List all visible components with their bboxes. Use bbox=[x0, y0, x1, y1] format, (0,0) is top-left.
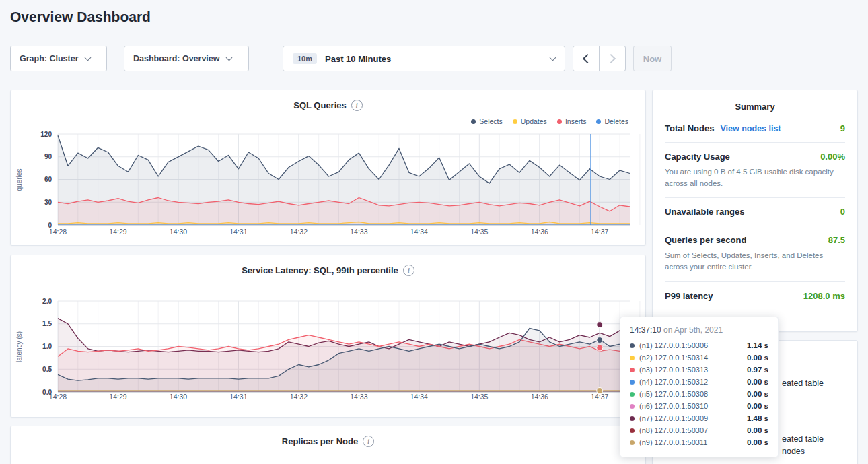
svg-text:2.0: 2.0 bbox=[42, 298, 52, 305]
tooltip-node-value: 0.00 s bbox=[747, 390, 768, 398]
dashboard-dropdown[interactable]: Dashboard: Overview bbox=[124, 46, 249, 71]
svg-text:14:36: 14:36 bbox=[531, 228, 548, 236]
svg-text:14:28: 14:28 bbox=[49, 393, 67, 401]
now-button[interactable]: Now bbox=[633, 46, 672, 71]
time-prev-button[interactable] bbox=[573, 46, 600, 71]
info-icon[interactable]: i bbox=[363, 436, 374, 447]
svg-text:90: 90 bbox=[44, 153, 52, 160]
node-color-dot-icon bbox=[630, 356, 635, 360]
graph-dropdown[interactable]: Graph: Cluster bbox=[10, 46, 107, 71]
time-next-button[interactable] bbox=[599, 46, 626, 71]
sql-queries-title: SQL Queries i bbox=[11, 100, 645, 111]
svg-text:14:31: 14:31 bbox=[229, 393, 247, 401]
sql-queries-chart[interactable]: 030609012014:2814:2914:3014:3114:3214:33… bbox=[11, 129, 647, 244]
legend-label: Inserts bbox=[565, 117, 587, 125]
summary-value: 0 bbox=[840, 207, 845, 217]
legend-label: Selects bbox=[479, 117, 502, 125]
latency-tooltip: 14:37:10 on Apr 5th, 2021 (n1) 127.0.0.1… bbox=[620, 317, 779, 457]
summary-value: 9 bbox=[840, 123, 845, 133]
tooltip-time: 14:37:10 bbox=[630, 325, 661, 335]
svg-text:14:30: 14:30 bbox=[170, 228, 187, 236]
event-item[interactable]: eated table bbox=[782, 434, 824, 444]
tooltip-node-label: (n9) 127.0.0.1:50311 bbox=[639, 438, 707, 446]
svg-text:14:35: 14:35 bbox=[470, 228, 488, 236]
summary-value: 1208.0 ms bbox=[803, 291, 845, 301]
legend-dot-icon bbox=[513, 119, 517, 124]
summary-row-queries-per-second: Queries per second 87.5 Sum of Selects, … bbox=[665, 226, 845, 281]
summary-desc: You are using 0 B of 4.5 GiB usable disk… bbox=[665, 166, 845, 189]
time-range-label: Past 10 Minutes bbox=[325, 54, 391, 64]
info-icon[interactable]: i bbox=[351, 100, 363, 111]
replicas-per-node-title: Replicas per Node i bbox=[11, 436, 645, 447]
tooltip-row: (n2) 127.0.0.1:503140.00 s bbox=[630, 352, 768, 364]
time-range-picker[interactable]: 10m Past 10 Minutes bbox=[283, 46, 565, 71]
view-nodes-list-link[interactable]: View nodes list bbox=[720, 124, 781, 133]
tooltip-row: (n1) 127.0.0.1:503061.14 s bbox=[630, 339, 768, 352]
tooltip-row: (n3) 127.0.0.1:503130.97 s bbox=[630, 364, 768, 376]
tooltip-row: (n9) 127.0.0.1:503110.00 s bbox=[630, 436, 768, 449]
time-nav-group bbox=[573, 46, 626, 71]
chevron-down-icon bbox=[550, 54, 556, 61]
summary-value: 87.5 bbox=[828, 235, 845, 245]
legend-item-inserts[interactable]: Inserts bbox=[557, 117, 587, 125]
tooltip-node-label: (n3) 127.0.0.1:50313 bbox=[639, 366, 708, 374]
service-latency-panel: Service Latency: SQL, 99th percentile i … bbox=[10, 255, 646, 418]
svg-text:latency (s): latency (s) bbox=[15, 331, 23, 362]
svg-text:14:33: 14:33 bbox=[350, 228, 367, 236]
tooltip-row: (n8) 127.0.0.1:503070.00 s bbox=[630, 424, 768, 436]
chevron-left-icon bbox=[583, 54, 592, 63]
graph-dropdown-label: Graph: Cluster bbox=[20, 54, 79, 63]
summary-row-unavailable-ranges: Unavailable ranges 0 bbox=[665, 198, 845, 226]
svg-text:60: 60 bbox=[44, 176, 52, 183]
node-color-dot-icon bbox=[630, 440, 635, 445]
svg-text:0.5: 0.5 bbox=[42, 366, 52, 373]
tooltip-date: on Apr 5th, 2021 bbox=[663, 325, 723, 335]
svg-text:14:35: 14:35 bbox=[470, 393, 488, 401]
summary-label: Unavailable ranges bbox=[665, 207, 745, 217]
service-latency-title: Service Latency: SQL, 99th percentile i bbox=[11, 265, 645, 276]
tooltip-node-label: (n1) 127.0.0.1:50306 bbox=[639, 341, 708, 350]
tooltip-header: 14:37:10 on Apr 5th, 2021 bbox=[630, 325, 768, 335]
event-item[interactable]: nodes bbox=[782, 446, 805, 456]
time-range-badge: 10m bbox=[293, 53, 317, 64]
svg-text:14:31: 14:31 bbox=[229, 228, 247, 236]
page-title: Overview Dashboard bbox=[10, 9, 151, 25]
tooltip-node-label: (n7) 127.0.0.1:50309 bbox=[639, 414, 708, 422]
event-item[interactable]: eated table bbox=[782, 378, 824, 388]
info-icon[interactable]: i bbox=[403, 265, 414, 276]
node-color-dot-icon bbox=[630, 404, 635, 409]
legend-label: Deletes bbox=[604, 117, 628, 125]
replicas-per-node-panel: Replicas per Node i bbox=[10, 426, 646, 464]
chevron-right-icon bbox=[606, 54, 616, 63]
summary-desc: Sum of Selects, Updates, Inserts, and De… bbox=[665, 250, 845, 272]
legend-dot-icon bbox=[596, 119, 601, 124]
summary-row-capacity-usage: Capacity Usage 0.00% You are using 0 B o… bbox=[665, 143, 845, 198]
summary-row-total-nodes: Total Nodes View nodes list 9 bbox=[665, 114, 845, 143]
legend-item-updates[interactable]: Updates bbox=[513, 117, 547, 125]
sql-queries-panel: SQL Queries i SelectsUpdatesInsertsDelet… bbox=[10, 90, 646, 246]
node-color-dot-icon bbox=[630, 380, 635, 385]
legend-label: Updates bbox=[521, 117, 547, 125]
node-color-dot-icon bbox=[630, 428, 635, 433]
svg-text:30: 30 bbox=[44, 199, 52, 206]
legend-item-selects[interactable]: Selects bbox=[471, 117, 502, 125]
legend-item-deletes[interactable]: Deletes bbox=[596, 117, 628, 125]
tooltip-node-value: 0.00 s bbox=[747, 426, 768, 434]
node-color-dot-icon bbox=[630, 392, 635, 397]
svg-text:14:29: 14:29 bbox=[109, 393, 126, 401]
summary-row-p99-latency: P99 latency 1208.0 ms bbox=[665, 282, 845, 310]
svg-text:1.5: 1.5 bbox=[42, 320, 52, 327]
chevron-down-icon bbox=[225, 54, 232, 61]
summary-label: Total Nodes bbox=[665, 123, 714, 133]
tooltip-row: (n5) 127.0.0.1:503080.00 s bbox=[630, 388, 768, 400]
svg-text:queries: queries bbox=[15, 169, 23, 191]
tooltip-node-value: 0.00 s bbox=[747, 378, 768, 386]
legend-dot-icon bbox=[471, 119, 476, 124]
summary-panel: Summary Total Nodes View nodes list 9 Ca… bbox=[652, 90, 858, 332]
summary-label: P99 latency bbox=[665, 291, 713, 301]
node-color-dot-icon bbox=[630, 343, 635, 348]
service-latency-chart[interactable]: 0.00.51.01.52.014:2814:2914:3014:3114:32… bbox=[11, 294, 647, 409]
svg-text:14:36: 14:36 bbox=[531, 393, 548, 401]
chart-title-text: SQL Queries bbox=[293, 100, 347, 110]
tooltip-node-label: (n6) 127.0.0.1:50310 bbox=[639, 402, 708, 410]
